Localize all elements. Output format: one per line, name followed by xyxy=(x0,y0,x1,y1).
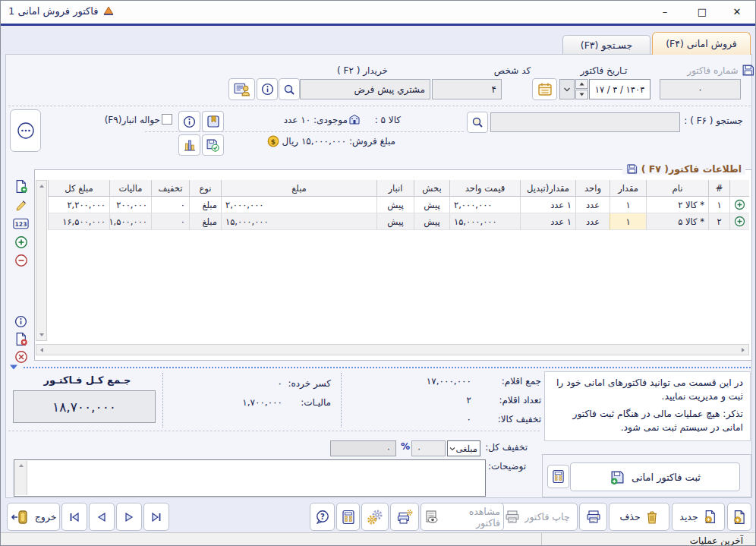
cell-unit-price[interactable]: ۱۵,۰۰۰,۰۰۰ xyxy=(449,213,520,230)
quantity-entry-icon[interactable]: 123 xyxy=(13,216,29,232)
row-add-icon[interactable] xyxy=(729,197,749,213)
cancel-icon[interactable] xyxy=(13,349,29,365)
cell-qty[interactable]: ۱ xyxy=(610,197,646,213)
scroll-left-icon[interactable] xyxy=(36,345,47,355)
exit-button[interactable]: خروج xyxy=(7,503,60,531)
more-options-button[interactable] xyxy=(10,109,41,152)
item-search-field[interactable] xyxy=(490,112,680,132)
grand-total-label: جـمع کـل فـاکتـور xyxy=(19,374,156,386)
item-search-button[interactable] xyxy=(467,112,488,133)
cell-qty-conv[interactable]: ۱ عدد xyxy=(520,197,575,213)
decrease-icon[interactable] xyxy=(13,252,29,268)
invoice-number-field[interactable]: ۰ xyxy=(660,79,741,99)
grid-horizontal-scrollbar[interactable] xyxy=(36,344,749,355)
item-chart-button[interactable] xyxy=(178,134,200,156)
cell-warehouse[interactable]: پیش xyxy=(376,213,414,230)
buyer-field[interactable]: مشتري پيش فرض xyxy=(300,79,430,99)
spinner-down-icon[interactable] xyxy=(575,90,588,99)
scroll-right-icon[interactable] xyxy=(738,345,748,355)
person-code-field[interactable]: ۴ xyxy=(432,79,502,99)
grid-vertical-scrollbar[interactable] xyxy=(36,180,47,341)
scroll-down-icon[interactable] xyxy=(36,330,47,340)
cell-qty-selected[interactable]: ۱ xyxy=(610,213,646,230)
bookmark-button[interactable] xyxy=(202,111,224,132)
customer-report-button[interactable] xyxy=(228,78,255,100)
cell-unit[interactable]: عدد xyxy=(575,213,610,230)
cell-type[interactable]: مبلغ xyxy=(189,197,221,213)
item-discount-row: تخفیف کالا: ۰ xyxy=(351,414,541,424)
new-button[interactable]: جدید xyxy=(672,503,725,531)
print-settings-button[interactable] xyxy=(390,503,419,531)
item-info-button[interactable] xyxy=(178,111,200,132)
settings-button[interactable] xyxy=(361,503,389,531)
discount-amount-field[interactable]: ۰ xyxy=(411,440,446,456)
cell-discount[interactable]: ۰ xyxy=(151,213,189,230)
cell-amount[interactable]: ۲,۰۰۰,۰۰۰ xyxy=(221,197,376,213)
nav-next-button[interactable] xyxy=(116,503,142,531)
nav-previous-button[interactable] xyxy=(89,503,115,531)
submit-invoice-button[interactable]: ثبت فاکتور امانی xyxy=(570,462,740,491)
invoice-date-field[interactable]: ۱۷ / ۴ / ۱۴۰۴ xyxy=(589,79,650,99)
edit-row-icon[interactable] xyxy=(13,197,29,213)
cell-tax[interactable]: ۲۰۰,۰۰۰ xyxy=(109,197,151,213)
row-info-icon[interactable] xyxy=(13,314,29,330)
increase-icon[interactable] xyxy=(13,234,29,250)
cell-name[interactable]: * کالا ۵ xyxy=(646,213,708,230)
cell-section[interactable]: پیش xyxy=(414,213,449,230)
save-settings-button[interactable] xyxy=(202,134,224,156)
cell-qty-conv[interactable]: ۱ عدد xyxy=(520,213,575,230)
nav-last-button[interactable] xyxy=(143,503,169,531)
print-invoice-button[interactable]: چاپ فاکتور xyxy=(497,503,578,531)
cell-total[interactable]: ۱۶,۵۰۰,۰۰۰ xyxy=(48,213,109,230)
cell-section[interactable]: پیش xyxy=(414,197,449,213)
nav-first-button[interactable] xyxy=(61,503,87,531)
discount-percent-field[interactable]: ۰ xyxy=(330,440,396,456)
tab-search[interactable]: جسـتجو (F۳) xyxy=(562,35,650,55)
date-dropdown-button[interactable] xyxy=(559,79,575,99)
cell-tax[interactable]: ۱,۵۰۰,۰۰۰ xyxy=(109,213,151,230)
info-icon xyxy=(183,115,196,128)
tab-consignment-sale[interactable]: فروش امانی (F۴) xyxy=(652,32,751,55)
date-spinner[interactable] xyxy=(575,79,588,99)
cell-unit[interactable]: عدد xyxy=(575,197,610,213)
cell-name[interactable]: * کالا ۲ xyxy=(646,197,708,213)
column-header: نوع xyxy=(189,180,221,197)
person-report-icon xyxy=(234,82,250,96)
delete-button[interactable]: حذف xyxy=(609,503,669,531)
add-row-icon[interactable] xyxy=(13,178,29,194)
collapse-splitter-button[interactable] xyxy=(8,364,19,371)
cell-discount[interactable]: ۰ xyxy=(151,197,189,213)
maximize-button[interactable]: □ xyxy=(693,4,711,20)
cell-unit-price[interactable]: ۲,۰۰۰,۰۰۰ xyxy=(449,197,520,213)
quick-print-button[interactable] xyxy=(579,503,607,531)
spinner-up-icon[interactable] xyxy=(575,79,588,89)
splitter-line[interactable] xyxy=(24,367,751,368)
buyer-search-button[interactable] xyxy=(279,78,300,100)
row-add-icon[interactable] xyxy=(729,213,749,230)
column-header xyxy=(729,180,749,197)
cell-warehouse[interactable]: پیش xyxy=(376,197,414,213)
cell-type[interactable]: مبلغ xyxy=(189,213,221,230)
cell-amount[interactable]: ۱۵,۰۰۰,۰۰۰ xyxy=(221,213,376,230)
discount-type-select[interactable]: مبلغی xyxy=(447,440,480,456)
delete-row-icon[interactable] xyxy=(13,331,29,347)
notes-scrollbar[interactable] xyxy=(15,461,27,495)
window-title-group: فاکتور فروش امانی 1 xyxy=(8,5,115,17)
calendar-button[interactable] xyxy=(532,78,557,100)
help-text-1: در این قسمت می توانید فاکتورهای امانی خو… xyxy=(552,376,743,404)
cell-num[interactable]: ۱ xyxy=(708,197,729,213)
ellipsis-icon xyxy=(16,121,36,140)
calculator-small-button[interactable] xyxy=(547,465,569,488)
scroll-up-icon[interactable] xyxy=(36,181,47,191)
new-invoice-icon-button[interactable] xyxy=(727,503,751,531)
notes-textarea[interactable] xyxy=(14,459,486,497)
help-button[interactable]: ? xyxy=(310,503,335,531)
close-button[interactable]: ✕ xyxy=(728,4,746,20)
buyer-info-button[interactable] xyxy=(257,78,278,100)
calculator-button[interactable] xyxy=(336,503,360,531)
warehouse-receipt-checkbox[interactable] xyxy=(162,114,172,125)
view-invoice-button[interactable]: مشاهده فاکتور xyxy=(421,503,504,531)
minimize-button[interactable]: – xyxy=(656,4,674,20)
cell-num[interactable]: ۲ xyxy=(708,213,729,230)
cell-total[interactable]: ۲,۲۰۰,۰۰۰ xyxy=(48,197,109,213)
